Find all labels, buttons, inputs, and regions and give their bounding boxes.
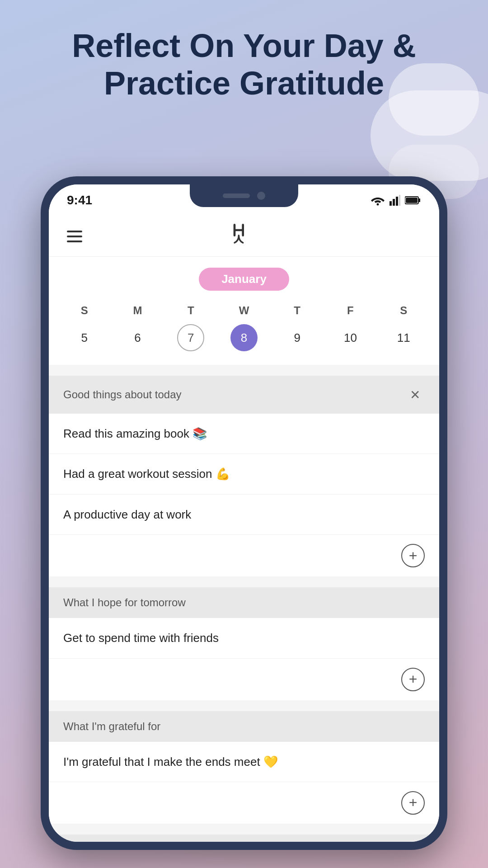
- cal-header-t1: T: [164, 300, 217, 321]
- entry-hope-1: Get to spend time with friends: [49, 618, 439, 658]
- cal-header-s1: S: [58, 300, 111, 321]
- entry-grateful-1: I'm grateful that I make the ends meet 💛: [49, 742, 439, 782]
- scroll-content[interactable]: January S M T W T F S 5 6 7 8 9 10 11: [49, 257, 439, 842]
- add-good-things: +: [49, 535, 439, 576]
- svg-rect-2: [393, 199, 395, 206]
- cal-header-s2: S: [377, 300, 430, 321]
- cal-day-10[interactable]: 10: [337, 324, 364, 351]
- add-hope: +: [49, 659, 439, 700]
- app-header: [49, 216, 439, 257]
- calendar-grid: S M T W T F S 5 6 7 8 9 10 11: [58, 300, 430, 354]
- entry-good-2: Had a great workout session 💪: [49, 454, 439, 494]
- notch-speaker: [223, 193, 250, 198]
- section-whom-grateful: Whom I'm grateful for +: [49, 835, 439, 842]
- cal-header-t2: T: [271, 300, 324, 321]
- spacer-4: [49, 824, 439, 829]
- status-bar: 9:41: [49, 184, 439, 216]
- app-logo: [228, 221, 260, 252]
- status-time: 9:41: [67, 193, 92, 208]
- status-icons: [371, 195, 421, 206]
- hamburger-menu-icon[interactable]: [67, 231, 82, 242]
- close-section-button[interactable]: ✕: [405, 385, 425, 405]
- section-grateful-for: What I'm grateful for I'm grateful that …: [49, 711, 439, 824]
- section-whom-header: Whom I'm grateful for: [49, 835, 439, 842]
- svg-rect-3: [396, 197, 398, 206]
- calendar-section: January S M T W T F S 5 6 7 8 9 10 11: [49, 257, 439, 365]
- section-grateful-header: What I'm grateful for: [49, 711, 439, 742]
- cal-header-m: M: [111, 300, 164, 321]
- phone-screen: 9:41: [49, 184, 439, 842]
- cal-header-w: W: [217, 300, 271, 321]
- spacer-1: [49, 365, 439, 370]
- entry-good-1: Read this amazing book 📚: [49, 414, 439, 454]
- notch-camera: [257, 192, 265, 200]
- svg-rect-7: [406, 198, 418, 203]
- add-good-things-button[interactable]: +: [401, 544, 425, 567]
- svg-rect-1: [389, 201, 392, 206]
- section-good-things-header: Good things about today ✕: [49, 376, 439, 414]
- section-grateful-title: What I'm grateful for: [63, 720, 160, 733]
- svg-rect-4: [399, 195, 400, 206]
- spacer-3: [49, 700, 439, 706]
- wifi-icon: [371, 195, 385, 206]
- cal-day-5[interactable]: 5: [71, 324, 98, 351]
- cal-day-11[interactable]: 11: [390, 324, 417, 351]
- spacer-2: [49, 576, 439, 582]
- svg-point-0: [377, 203, 379, 206]
- page-title: Reflect On Your Day & Practice Gratitude: [0, 27, 488, 102]
- section-hope-header: What I hope for tomorrow: [49, 587, 439, 618]
- month-pill[interactable]: January: [199, 268, 289, 291]
- section-good-things: Good things about today ✕ Read this amaz…: [49, 376, 439, 576]
- section-hope-title: What I hope for tomorrow: [63, 596, 186, 609]
- phone-frame: 9:41: [41, 176, 447, 850]
- cal-day-7[interactable]: 7: [177, 324, 204, 351]
- add-hope-button[interactable]: +: [401, 668, 425, 691]
- section-hope-tomorrow: What I hope for tomorrow Get to spend ti…: [49, 587, 439, 700]
- section-good-things-title: Good things about today: [63, 388, 182, 401]
- cal-day-8[interactable]: 8: [230, 324, 258, 351]
- svg-rect-6: [418, 198, 420, 202]
- month-badge: January: [58, 268, 430, 291]
- battery-icon: [405, 196, 421, 205]
- add-grateful: +: [49, 782, 439, 824]
- signal-icon: [389, 195, 400, 206]
- cal-header-f: F: [324, 300, 377, 321]
- add-grateful-button[interactable]: +: [401, 791, 425, 815]
- notch: [190, 184, 298, 207]
- cal-day-9[interactable]: 9: [284, 324, 311, 351]
- entry-good-3: A productive day at work: [49, 495, 439, 535]
- cal-day-6[interactable]: 6: [124, 324, 151, 351]
